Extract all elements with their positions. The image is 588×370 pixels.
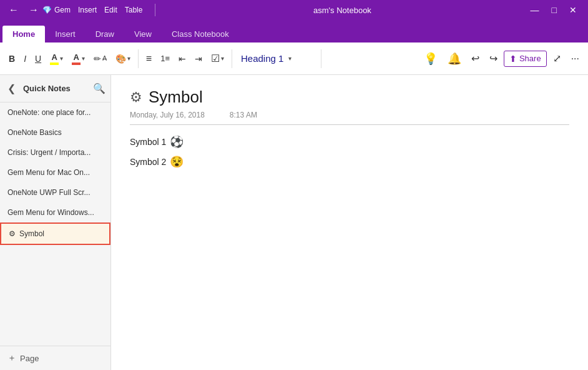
more-button[interactable]: ···: [567, 51, 583, 67]
redo-button[interactable]: ↪: [486, 50, 501, 67]
note-date: Monday, July 16, 2018: [130, 111, 205, 119]
gem-label[interactable]: Gem: [54, 6, 71, 14]
sidebar-item-gem-mac[interactable]: Gem Menu for Mac On...: [0, 162, 110, 182]
bullet-list-button[interactable]: ≡: [142, 51, 155, 67]
sidebar-title: Quick Notes: [23, 84, 88, 93]
note-line-1: Symbol 1 ⚽: [130, 135, 569, 149]
table-menu[interactable]: Table: [125, 6, 143, 14]
plus-icon: ＋: [7, 352, 16, 364]
gem-menu-area: 💎 Gem Insert Edit Table: [42, 6, 142, 14]
symbol2-label: Symbol 2: [130, 157, 166, 167]
ribbon-right: 💡 🔔 ↩ ↪ ⬆ Share ⤢ ···: [420, 49, 583, 68]
maximize-button[interactable]: □: [546, 3, 563, 17]
undo-button[interactable]: ↩: [468, 50, 483, 67]
sidebar-item-crisis[interactable]: Crisis: Urgent / Importa...: [0, 142, 110, 162]
sidebar-item-symbol[interactable]: ⚙ Symbol: [0, 222, 110, 245]
separator-1: [138, 49, 139, 68]
content-area: ⚙ Symbol Monday, July 16, 2018 8:13 AM S…: [111, 75, 588, 370]
add-page-label: Page: [20, 354, 39, 363]
note-time: 8:13 AM: [230, 111, 257, 119]
note-title: Symbol: [149, 88, 203, 107]
separator-2: [232, 49, 232, 68]
sidebar-header: ❮ Quick Notes 🔍: [0, 75, 110, 102]
lightbulb-button[interactable]: 💡: [420, 49, 441, 68]
symbol-item-gear-icon: ⚙: [9, 229, 16, 238]
checkbox-button[interactable]: ☑ ▾: [207, 50, 228, 67]
highlight-button[interactable]: A ▾: [46, 50, 67, 68]
note-header: ⚙ Symbol: [130, 88, 569, 107]
forward-button[interactable]: →: [25, 4, 42, 16]
sidebar: ❮ Quick Notes 🔍 OneNote: one place for..…: [0, 75, 111, 370]
tab-home[interactable]: Home: [2, 26, 45, 42]
sidebar-item-onenote[interactable]: OneNote: one place for...: [0, 102, 110, 122]
note-body: Symbol 1 ⚽ Symbol 2 😵: [130, 135, 569, 169]
insert-menu[interactable]: Insert: [78, 6, 97, 14]
format-painter-button[interactable]: 🎨 ▾: [112, 51, 134, 66]
add-page-footer[interactable]: ＋ Page: [0, 346, 110, 370]
indent-more-button[interactable]: ⇥: [191, 51, 206, 66]
back-button[interactable]: ←: [5, 4, 22, 16]
heading-style-dropdown[interactable]: Heading 1 ▾: [236, 51, 317, 66]
number-list-button[interactable]: 1≡: [157, 51, 174, 66]
note-gear-icon: ⚙: [130, 89, 142, 106]
tab-draw[interactable]: Draw: [86, 26, 124, 42]
note-meta: Monday, July 16, 2018 8:13 AM: [130, 111, 569, 125]
titlebar-divider: [155, 4, 155, 16]
sidebar-back-button[interactable]: ❮: [5, 81, 18, 96]
sidebar-item-gem-windows[interactable]: Gem Menu for Windows...: [0, 202, 110, 222]
symbol1-label: Symbol 1: [130, 137, 166, 147]
eraser-button[interactable]: ✏ A: [90, 51, 110, 66]
underline-button[interactable]: U: [31, 51, 45, 66]
separator-3: [321, 49, 321, 68]
italic-button[interactable]: I: [20, 51, 30, 66]
heading-style-label: Heading 1: [241, 53, 283, 64]
symbol-item-label: Symbol: [19, 229, 44, 238]
title-bar: ← → 💎 Gem Insert Edit Table asm's Notebo…: [0, 0, 588, 20]
sidebar-search-button[interactable]: 🔍: [93, 82, 105, 94]
tab-view[interactable]: View: [124, 26, 162, 42]
expand-button[interactable]: ⤢: [549, 50, 565, 67]
share-button[interactable]: ⬆ Share: [504, 51, 547, 67]
note-line-2: Symbol 2 😵: [130, 155, 569, 169]
tab-class-notebook[interactable]: Class Notebook: [162, 26, 239, 42]
minimize-button[interactable]: —: [524, 3, 546, 17]
bell-button[interactable]: 🔔: [444, 49, 465, 68]
sidebar-item-basics[interactable]: OneNote Basics: [0, 122, 110, 142]
ribbon-toolbar: B I U A ▾ A ▾ ✏ A 🎨 ▾ ≡ 1≡ ⇤ ⇥ ☑ ▾: [0, 42, 588, 75]
gem-icon: 💎: [42, 6, 52, 14]
tab-insert[interactable]: Insert: [45, 26, 86, 42]
ribbon-tabs: Home Insert Draw View Class Notebook: [0, 20, 588, 42]
sidebar-item-uwp[interactable]: OneNote UWP Full Scr...: [0, 182, 110, 202]
font-color-button[interactable]: A ▾: [68, 50, 89, 68]
window-controls: — □ ✕: [524, 3, 583, 17]
edit-menu[interactable]: Edit: [104, 6, 117, 14]
symbol1-emoji: ⚽: [170, 135, 184, 149]
main-layout: ❮ Quick Notes 🔍 OneNote: one place for..…: [0, 75, 588, 370]
titlebar-nav: ← →: [5, 4, 42, 16]
close-button[interactable]: ✕: [563, 3, 583, 17]
notebook-title: asm's Notebook: [160, 6, 524, 15]
bold-button[interactable]: B: [5, 51, 19, 66]
sidebar-items: OneNote: one place for... OneNote Basics…: [0, 102, 110, 346]
indent-less-button[interactable]: ⇤: [175, 51, 190, 66]
symbol2-emoji: 😵: [170, 155, 184, 169]
